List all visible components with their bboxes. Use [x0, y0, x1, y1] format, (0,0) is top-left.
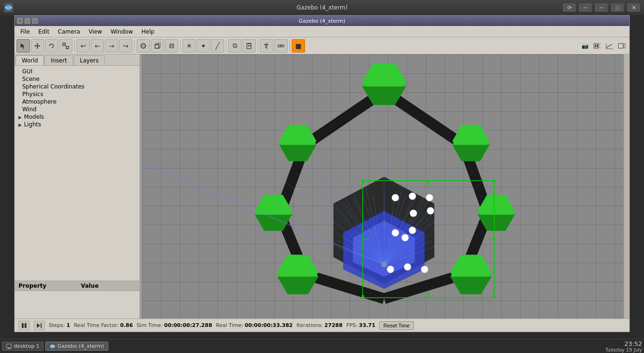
tab-insert[interactable]: Insert — [44, 55, 73, 65]
property-col: Property — [15, 281, 77, 291]
svg-point-14 — [141, 45, 146, 47]
cylinder-button[interactable] — [165, 39, 178, 53]
step-button[interactable] — [34, 321, 45, 330]
viewport[interactable] — [142, 54, 629, 318]
close-button[interactable]: ✕ — [627, 3, 640, 12]
sep2 — [134, 40, 135, 52]
sphere-button[interactable] — [137, 39, 150, 53]
align-button[interactable] — [260, 39, 273, 53]
svg-point-124 — [404, 264, 411, 270]
svg-rect-11 — [66, 46, 69, 49]
simtime-value: 00:00:00:27.288 — [164, 322, 212, 328]
video-button[interactable] — [616, 40, 627, 52]
svg-rect-139 — [22, 323, 24, 328]
svg-line-12 — [65, 45, 66, 46]
tree-item-scene[interactable]: Scene — [15, 75, 139, 83]
menu-camera[interactable]: Camera — [54, 27, 84, 36]
menu-view[interactable]: View — [85, 27, 105, 36]
svg-point-117 — [392, 194, 399, 201]
svg-point-21 — [170, 46, 174, 48]
gazebo-close-btn[interactable]: ✕ — [17, 18, 23, 24]
reset-time-button[interactable]: Reset Time — [379, 321, 414, 330]
value-col: Value — [77, 281, 139, 291]
rotate-tool-button[interactable] — [45, 39, 58, 53]
tree-item-models[interactable]: ▶ Models — [15, 113, 139, 121]
status-bar: Steps: 1 Real Time Factor: 0.86 Sim Time… — [15, 318, 629, 332]
rtf-label: Real Time Factor: — [74, 322, 119, 328]
scale-tool-button[interactable] — [59, 39, 72, 53]
redo-arrow-button[interactable]: → — [105, 39, 118, 53]
minimize-button[interactable]: ─ — [595, 3, 608, 12]
toolbar: ↩ ← → ↪ ☀ ✦ ╱ ⧉ — [15, 37, 629, 54]
taskbar-right: 23:52 Tuesday 19 July — [605, 340, 642, 353]
tree-item-wind[interactable]: Wind — [15, 106, 139, 113]
gazebo-taskbar-icon — [50, 344, 55, 349]
undo-arrow-button[interactable]: ← — [91, 39, 104, 53]
orange-mode-button[interactable]: ■ — [292, 39, 305, 53]
svg-marker-5 — [37, 43, 38, 44]
screenshot-button[interactable]: 📷 — [579, 40, 591, 52]
tab-layers[interactable]: Layers — [74, 55, 105, 65]
sep3 — [180, 40, 181, 52]
gazebo-taskbar-item[interactable]: Gazebo (4_xterm) — [45, 342, 108, 351]
menu-window[interactable]: Window — [107, 27, 137, 36]
date-display: Tuesday 19 July — [605, 347, 642, 353]
redo-button[interactable]: ↪ — [119, 39, 132, 53]
tree-item-gui[interactable]: GUI — [15, 68, 139, 75]
select-tool-button[interactable] — [17, 39, 30, 53]
tree-item-spherical[interactable]: Spherical Coordinates — [15, 83, 139, 90]
minimize-app-button[interactable]: ─ — [579, 3, 592, 12]
svg-rect-134 — [493, 295, 495, 298]
tab-world[interactable]: World — [16, 55, 44, 65]
svg-point-127 — [427, 207, 434, 214]
time-display: 23:52 — [605, 340, 642, 347]
menu-file[interactable]: File — [17, 27, 34, 36]
svg-rect-28 — [265, 46, 267, 48]
svg-rect-140 — [25, 323, 26, 328]
svg-rect-143 — [7, 344, 11, 348]
svg-rect-33 — [595, 44, 596, 47]
taskbar-left: desktop 1 Gazebo (4_xterm) — [2, 342, 108, 351]
realtime-value: 00:00:00:33.382 — [244, 322, 293, 328]
tree-item-lights[interactable]: ▶ Lights — [15, 121, 139, 128]
world-tree: GUI Scene Spherical Coordinates Physics … — [15, 66, 139, 281]
steps-item: Steps: 1 — [49, 322, 70, 328]
refresh-button[interactable]: ⟳ — [563, 3, 576, 12]
directional-light-button[interactable]: ☀ — [183, 39, 196, 53]
tree-item-atmosphere[interactable]: Atmosphere — [15, 98, 139, 106]
iterations-label: Iterations: — [296, 322, 323, 328]
desktop-item[interactable]: desktop 1 — [2, 342, 44, 351]
restore-button[interactable]: □ — [611, 3, 624, 12]
svg-line-35 — [600, 44, 600, 44]
property-panel: Property Value — [15, 281, 139, 318]
realtime-label: Real Time: — [216, 322, 244, 328]
sep1 — [74, 40, 75, 52]
simtime-label: Sim Time: — [137, 322, 163, 328]
svg-rect-133 — [362, 295, 364, 298]
tabs: World Insert Layers — [15, 54, 139, 66]
fps-label: FPS: — [346, 322, 357, 328]
paste-button[interactable] — [243, 39, 256, 53]
chart-button[interactable] — [604, 40, 615, 52]
snap-button[interactable] — [274, 39, 287, 53]
point-light-button[interactable]: ✦ — [197, 39, 210, 53]
gazebo-min-btn[interactable]: ─ — [24, 18, 31, 24]
translate-tool-button[interactable] — [31, 39, 44, 53]
copy-button[interactable]: ⧉ — [228, 39, 242, 53]
spot-light-button[interactable]: ╱ — [211, 39, 224, 53]
fps-item: FPS: 33.71 — [346, 322, 375, 328]
record-button[interactable] — [592, 40, 603, 52]
menu-help[interactable]: Help — [138, 27, 158, 36]
tree-item-physics[interactable]: Physics — [15, 90, 139, 98]
sep5 — [258, 40, 258, 52]
undo-button[interactable]: ↩ — [77, 39, 90, 53]
menu-edit[interactable]: Edit — [35, 27, 53, 36]
pause-button[interactable] — [18, 321, 30, 330]
viewport-scrollbar[interactable] — [624, 54, 629, 318]
svg-rect-34 — [597, 44, 598, 47]
svg-point-120 — [392, 229, 399, 236]
box-button[interactable] — [151, 39, 164, 53]
gazebo-max-btn[interactable]: □ — [32, 18, 38, 24]
rtf-item: Real Time Factor: 0.86 — [74, 322, 133, 328]
left-panel: World Insert Layers GUI Scene Spherical … — [15, 54, 140, 318]
